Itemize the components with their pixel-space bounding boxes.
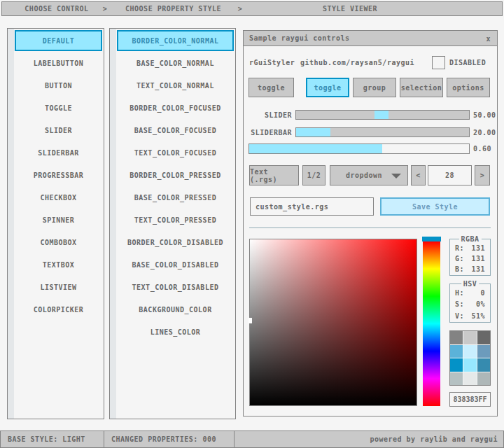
half-button[interactable]: 1/2 [302,165,326,186]
property-list-item[interactable]: LINES_COLOR [117,321,234,342]
style-viewer-window: Sample raygui controls x rGuiStyler gith… [243,30,498,416]
hsv-row-label: S: [455,300,464,308]
hsv-row-value: 0% [476,300,485,308]
control-list-item[interactable]: DEFAULT [15,30,102,51]
hue-bar[interactable] [423,241,440,406]
divider-line [249,227,491,228]
hue-bar-cursor[interactable] [422,237,441,241]
file-name-input[interactable]: custom_style.rgs [250,197,374,216]
color-swatch[interactable] [450,358,463,372]
properties-list-scrollbar[interactable] [110,29,116,419]
color-swatch[interactable] [450,345,463,358]
properties-list: BORDER_COLOR_NORMALBASE_COLOR_NORMALTEXT… [117,30,234,344]
property-list-item[interactable]: BASE_COLOR_PRESSED [117,187,234,208]
property-list-item[interactable]: BORDER_COLOR_DISABLED [117,232,234,253]
rgba-row-label: G: [455,255,464,262]
rgba-row-value: 131 [471,255,485,262]
color-swatch[interactable] [477,358,490,372]
toggle-group-item[interactable]: toggle [306,78,349,97]
property-list-item[interactable]: BASE_COLOR_DISABLED [117,254,234,275]
color-swatch[interactable] [477,372,490,386]
control-list-item[interactable]: LABELBUTTON [15,52,102,74]
control-list-item[interactable]: SLIDER [15,120,102,141]
save-style-button[interactable]: Save Style [380,197,490,216]
color-swatch[interactable] [463,331,476,344]
property-list-item[interactable]: BACKGROUND_COLOR [117,299,234,320]
window-title: Sample raygui controls [249,34,349,42]
property-list-item[interactable]: BASE_COLOR_FOCUSED [117,120,234,141]
color-swatch[interactable] [450,331,463,344]
rgba-row-value: 131 [471,265,485,273]
rgba-row: R: 131 [455,243,485,253]
spinner-decrement-button[interactable]: < [411,165,426,186]
property-list-item[interactable]: BORDER_COLOR_FOCUSED [117,97,234,118]
control-list-item[interactable]: TOGGLE [15,97,102,118]
rgba-row-value: 131 [471,244,485,252]
top-bar-style-viewer: STYLE VIEWER [280,2,420,15]
top-bar-choose-property-style: CHOOSE PROPERTY STYLE [110,2,237,15]
text-rgs-button[interactable]: Text (.rgs) [249,165,299,186]
control-list-item[interactable]: COMBOBOX [15,232,102,253]
rgba-title: RGBA [458,235,481,243]
slider-handle[interactable] [374,111,388,119]
rguistyler-app: CHOOSE CONTROL > CHOOSE PROPERTY STYLE >… [0,0,504,448]
toggle-group-item[interactable]: group [353,78,396,97]
color-swatch[interactable] [477,345,490,358]
toggle-group-item[interactable]: selection [400,78,443,97]
control-list-item[interactable]: CHECKBOX [15,187,102,208]
color-swatch[interactable] [463,358,476,372]
sliderbar-value: 20.00 [473,127,496,137]
property-list-item[interactable]: BORDER_COLOR_PRESSED [117,164,234,186]
color-swatch[interactable] [450,372,463,386]
slider[interactable] [295,110,470,120]
toggle-group-item[interactable]: options [447,78,490,97]
hex-value-box[interactable]: 838383FF [449,392,491,407]
color-panel[interactable] [249,239,417,406]
control-list-item[interactable]: COLORPICKER [15,299,102,320]
control-list-item[interactable]: SPINNER [15,209,102,230]
sliderbar-label: SLIDERBAR [244,127,292,137]
control-list-item[interactable]: TEXTBOX [15,254,102,275]
repo-link[interactable]: github.com/raysan5/raygui [300,56,414,69]
control-list-item[interactable]: LISTVIEW [15,276,102,298]
hsv-row-value: 51% [471,312,485,320]
controls-list: DEFAULTLABELBUTTONBUTTONTOGGLESLIDERSLID… [15,30,102,321]
property-list-item[interactable]: TEXT_COLOR_NORMAL [117,75,234,96]
controls-list-panel: DEFAULTLABELBUTTONBUTTONTOGGLESLIDERSLID… [7,28,104,419]
property-list-item[interactable]: BORDER_COLOR_NORMAL [117,30,234,51]
dropdown-label: dropdown [346,172,382,179]
app-name-label: rGuiStyler [249,56,295,69]
status-powered-by: powered by raylib and raygui [234,430,504,448]
hsv-row: S: 0% [455,300,485,309]
hsv-row-value: 0 [480,289,485,297]
property-list-item[interactable]: BASE_COLOR_NORMAL [117,52,234,74]
spinner-increment-button[interactable]: > [475,165,490,186]
property-list-item[interactable]: TEXT_COLOR_DISABLED [117,276,234,298]
top-bar-choose-control: CHOOSE CONTROL [8,2,105,15]
chevron-down-icon [391,174,401,178]
color-swatch[interactable] [463,345,476,358]
slider-value: 50.00 [473,110,496,120]
property-list-item[interactable]: TEXT_COLOR_PRESSED [117,209,234,230]
spinner-value-box[interactable]: 28 [428,165,472,186]
disabled-checkbox[interactable] [432,56,445,69]
color-swatch[interactable] [463,372,476,386]
rgba-row: G: 131 [455,253,485,263]
controls-list-scrollbar[interactable] [8,29,14,419]
control-list-item[interactable]: BUTTON [15,75,102,96]
close-icon[interactable]: x [486,31,491,46]
hsv-title: HSV [461,280,479,288]
top-bar: CHOOSE CONTROL > CHOOSE PROPERTY STYLE >… [1,1,503,16]
toggle-button[interactable]: toggle [248,78,294,97]
property-list-item[interactable]: TEXT_COLOR_FOCUSED [117,142,234,163]
control-list-item[interactable]: SLIDERBAR [15,142,102,163]
control-list-item[interactable]: PROGRESSBAR [15,164,102,186]
sliderbar-fill [296,128,330,136]
color-swatch[interactable] [477,331,490,344]
hsv-row-label: V: [455,312,464,320]
disabled-checkbox-label: DISABLED [449,56,486,69]
hsv-row-label: H: [455,289,464,297]
dropdown-button[interactable]: dropdown [330,165,408,186]
color-panel-cursor[interactable] [248,318,252,323]
sliderbar[interactable] [295,127,470,137]
